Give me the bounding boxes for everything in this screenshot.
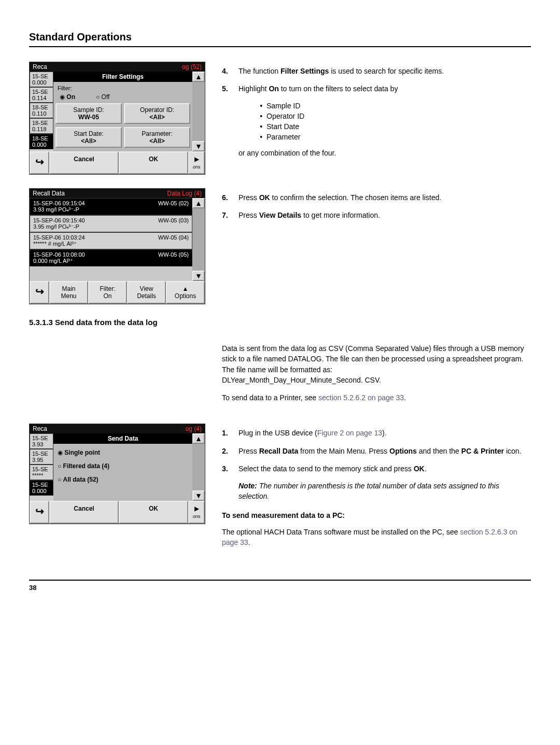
note-text: Note: The number in parenthesis is the t… — [239, 481, 531, 501]
main-menu-button[interactable]: Main Menu — [49, 281, 88, 304]
radio-all[interactable]: ○ All data (52) — [58, 476, 99, 483]
options-arrow-icon: ▲ — [183, 285, 189, 292]
sidebar-row: 15-SE0.000 — [30, 72, 53, 87]
back-arrow-icon: ↩ — [35, 505, 44, 517]
device-recall-data-list: Recall DataData Log (4) 15-SEP-06 09:15:… — [29, 188, 205, 304]
back-arrow-icon: ↩ — [35, 285, 44, 298]
options-spill: ▶ons — [188, 501, 205, 524]
radio-filtered[interactable]: ○ Filtered data (4) — [58, 462, 109, 470]
ok-button[interactable]: OK — [119, 151, 188, 174]
sidebar-row: 15-SE***** — [30, 465, 53, 480]
view-details-button[interactable]: View Details — [127, 281, 166, 304]
send-step-2: 2. Press Recall Data from the Main Menu.… — [222, 446, 531, 456]
scroll-down-icon[interactable]: ▼ — [192, 271, 205, 281]
sidebar-row: 18-SE0.000 — [30, 134, 53, 149]
sidebar-row: 15-SE0.000 — [30, 480, 53, 496]
dev1-title-right: og (52) — [182, 63, 202, 71]
send-data-intro: Data is sent from the data log as CSV (C… — [222, 343, 531, 385]
figure-2-link[interactable]: Figure 2 on page 13 — [317, 429, 382, 437]
cancel-button[interactable]: Cancel — [49, 501, 119, 524]
dialog-title: Filter Settings — [53, 72, 192, 82]
operator-id-button[interactable]: Operator ID:<All> — [124, 103, 190, 124]
send-to-pc-text: The optional HACH Data Trans software mu… — [222, 527, 531, 548]
list-item[interactable]: 15-SEP-06 09:15:403.95 mg/l PO₄³⁻-PWW-05… — [30, 215, 192, 232]
radio-off[interactable]: ○ Off — [96, 93, 109, 101]
list-item[interactable]: 15-SEP-06 10:03:24****** # mg/L Al³⁺WW-0… — [30, 232, 192, 249]
scroll-up-icon[interactable]: ▲ — [192, 72, 205, 82]
sidebar-row: 15-SE3.93 — [30, 433, 53, 449]
back-arrow-icon: ↩ — [35, 156, 44, 168]
dialog-title: Send Data — [53, 433, 192, 444]
filter-button[interactable]: Filter: On — [88, 281, 127, 304]
page-footer: 38 — [29, 580, 531, 592]
list-item[interactable]: 15-SEP-06 10:08:000.000 mg/L Al³⁺WW-05 (… — [30, 249, 192, 266]
dev3-title-right: og (4) — [186, 425, 202, 432]
sample-id-button[interactable]: Sample ID:WW-05 — [55, 103, 122, 124]
scrollbar[interactable] — [192, 82, 205, 141]
options-button[interactable]: ▲Options — [166, 281, 205, 304]
page-heading: Standard Operations — [29, 31, 531, 47]
start-date-button[interactable]: Start Date:<All> — [55, 127, 122, 148]
list-item[interactable]: 15-SEP-06 09:15:043.93 mg/l PO₄³⁻-PWW-05… — [30, 198, 192, 215]
scroll-down-icon[interactable]: ▼ — [192, 490, 205, 501]
filter-label: Filter: — [55, 84, 190, 92]
scroll-down-icon[interactable]: ▼ — [192, 141, 205, 151]
step-7: 7. Press View Details to get more inform… — [222, 210, 531, 220]
back-button[interactable]: ↩ — [30, 281, 49, 304]
ok-button[interactable]: OK — [119, 501, 188, 524]
scrollbar[interactable] — [192, 208, 205, 271]
send-step-1: 1. Plug in the USB device (Figure 2 on p… — [222, 428, 531, 438]
scroll-up-icon[interactable]: ▲ — [192, 433, 205, 444]
parameter-button[interactable]: Parameter:<All> — [124, 127, 190, 148]
cancel-button[interactable]: Cancel — [49, 151, 119, 174]
dev2-title-right: Data Log (4) — [167, 190, 202, 197]
device-filter-settings: Recaog (52) 15-SE0.000 15-SE0.114 18-SE0… — [29, 62, 205, 175]
device-send-data: Recaog (4) 15-SE3.93 15-SE3.95 15-SE****… — [29, 424, 205, 524]
options-arrow-icon: ▶ — [194, 505, 199, 512]
options-spill: ▶ons — [188, 151, 205, 174]
options-arrow-icon: ▶ — [194, 156, 199, 163]
step-5-tail: or any combination of the four. — [239, 148, 531, 159]
send-to-pc-heading: To send measurement data to a PC: — [222, 511, 531, 519]
back-button[interactable]: ↩ — [30, 151, 49, 174]
send-step-3: 3. Select the data to send to the memory… — [222, 463, 531, 474]
printer-section-link[interactable]: section 5.2.6.2 on page 33 — [318, 393, 404, 402]
radio-on[interactable]: ◉ On — [60, 93, 75, 101]
scrollbar[interactable] — [192, 444, 205, 490]
sidebar-row: 18-SE0.118 — [30, 118, 53, 134]
step-5: 5. Highlight On to turn on the filters t… — [222, 83, 531, 94]
section-heading: 5.3.1.3 Send data from the data log — [29, 318, 531, 327]
sidebar-row: 18-SE0.110 — [30, 103, 53, 118]
sidebar-row: 15-SE3.95 — [30, 449, 53, 465]
step-5-sublist: Sample ID Operator ID Start Date Paramet… — [246, 102, 531, 141]
dev1-title-left: Reca — [33, 63, 47, 71]
step-4: 4. The function Filter Settings is used … — [222, 66, 531, 76]
printer-link-line: To send data to a Printer, see section 5… — [222, 392, 531, 403]
back-button[interactable]: ↩ — [30, 501, 49, 524]
scroll-up-icon[interactable]: ▲ — [192, 198, 205, 208]
sidebar-row: 15-SE0.114 — [30, 87, 53, 103]
dev3-title-left: Reca — [33, 425, 47, 432]
step-6: 6. Press OK to confirm the selection. Th… — [222, 192, 531, 203]
radio-single-point[interactable]: ◉ Single point — [58, 449, 100, 456]
dev2-title-left: Recall Data — [33, 190, 65, 197]
